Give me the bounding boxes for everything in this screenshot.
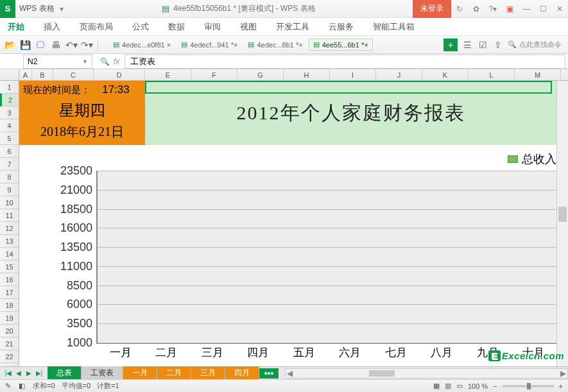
column-header-C[interactable]: C [53, 69, 94, 80]
row-header-3[interactable]: 3 [0, 107, 19, 119]
more-sheets-button[interactable]: ••• [259, 368, 279, 379]
menu-数据[interactable]: 数据 [167, 19, 186, 35]
app-dropdown-icon[interactable]: ▾ [58, 4, 65, 13]
menu-云服务[interactable]: 云服务 [327, 19, 355, 35]
menu-开始[interactable]: 开始 [6, 19, 26, 35]
row-header-4[interactable]: 4 [0, 119, 19, 132]
settings-icon[interactable]: ✿ [468, 0, 485, 18]
select-all-corner[interactable] [0, 69, 19, 80]
column-header-E[interactable]: E [145, 69, 191, 80]
print-preview-icon[interactable]: 🖵 [35, 39, 46, 51]
maximize-icon[interactable]: ☐ [535, 0, 551, 18]
zoom-value[interactable]: 100 % [468, 382, 488, 390]
collapse-icon[interactable]: ▣ [501, 0, 518, 18]
row-header-8[interactable]: 8 [0, 171, 19, 183]
hscroll-left-icon[interactable]: ◀ [287, 369, 293, 378]
column-header-K[interactable]: K [422, 69, 469, 80]
horizontal-scroll-thumb[interactable] [369, 370, 395, 377]
zoom-out-icon[interactable]: − [493, 382, 497, 390]
row-header-22[interactable]: 22 [0, 350, 19, 363]
new-tab-button[interactable]: + [443, 38, 458, 51]
fx-icon[interactable]: fx [114, 57, 119, 66]
column-header-D[interactable]: D [94, 69, 145, 80]
column-header-B[interactable]: B [32, 69, 53, 80]
open-icon[interactable]: 📂 [4, 39, 15, 51]
menu-智能工具箱[interactable]: 智能工具箱 [372, 19, 416, 35]
spreadsheet-grid[interactable]: ABCDEFGHIJKLM 12345678910111213141516171… [0, 69, 568, 366]
column-header-H[interactable]: H [284, 69, 330, 80]
doc-tab[interactable]: ▤4edecf...941 *× [176, 38, 242, 51]
search-fn-icon[interactable]: 🔍 [100, 57, 110, 66]
help-icon[interactable]: ?▾ [485, 0, 501, 18]
popup-icon[interactable]: ◧ [19, 382, 25, 390]
vertical-scrollbar[interactable] [556, 81, 568, 366]
tab-list-icon[interactable]: ☰ [461, 39, 473, 51]
menu-开发工具[interactable]: 开发工具 [275, 19, 311, 35]
row-header-6[interactable]: 6 [0, 145, 19, 158]
row-header-15[interactable]: 15 [0, 260, 19, 273]
row-header-7[interactable]: 7 [0, 158, 19, 171]
row-header-12[interactable]: 12 [0, 222, 19, 235]
cells-area[interactable]: 现在的时间是： 17:33 星期四 2018年6月21日 2012年个人家庭财务… [19, 81, 556, 366]
edit-mode-icon[interactable]: ✎ [5, 382, 11, 390]
view-page-icon[interactable]: ▥ [445, 382, 451, 390]
row-header-1[interactable]: 1 [0, 81, 19, 94]
sync-icon[interactable]: ↻ [451, 0, 468, 18]
zoom-slider[interactable] [503, 385, 554, 388]
undo-icon[interactable]: ↶▾ [65, 39, 77, 51]
row-header-21[interactable]: 21 [0, 337, 19, 350]
row-header-5[interactable]: 5 [0, 132, 19, 145]
hscroll-right-icon[interactable]: ▶ [560, 369, 566, 378]
doc-tab[interactable]: ▤4edec...e0f81 × [108, 38, 175, 51]
row-header-19[interactable]: 19 [0, 312, 19, 325]
print-icon[interactable]: 🖶 [50, 39, 62, 51]
sheet-last-icon[interactable]: ▶| [35, 369, 44, 378]
zoom-in-icon[interactable]: + [559, 382, 563, 390]
menu-插入[interactable]: 插入 [42, 19, 62, 35]
sheet-next-icon[interactable]: ▶ [24, 369, 33, 378]
row-header-18[interactable]: 18 [0, 299, 19, 312]
formula-input[interactable]: 工资表 [125, 55, 565, 69]
row-header-11[interactable]: 11 [0, 209, 19, 222]
row-header-20[interactable]: 20 [0, 325, 19, 337]
column-header-F[interactable]: F [191, 69, 237, 80]
doc-tab[interactable]: ▤4edec...8b1 *× [243, 38, 307, 51]
row-header-17[interactable]: 17 [0, 286, 19, 299]
doc-tab[interactable]: ▤4ee55...6b1 *× [309, 38, 373, 51]
sheet-tab-二月[interactable]: 二月 [157, 366, 191, 380]
row-header-14[interactable]: 14 [0, 248, 19, 260]
close-icon[interactable]: ✕ [551, 0, 568, 18]
sheet-first-icon[interactable]: |◀ [4, 369, 13, 378]
column-header-I[interactable]: I [330, 69, 376, 80]
save-icon[interactable]: 💾 [19, 39, 31, 51]
row-header-16[interactable]: 16 [0, 273, 19, 286]
redo-icon[interactable]: ↷▾ [81, 39, 92, 51]
zoom-thumb[interactable] [527, 383, 531, 389]
sheet-tab-工资表[interactable]: 工资表 [82, 366, 123, 380]
command-search[interactable]: 🔍 点此查找命令 [508, 40, 562, 49]
minimize-icon[interactable]: — [518, 0, 535, 18]
vertical-scroll-thumb[interactable] [558, 207, 567, 222]
name-box[interactable]: N2 ▼ [23, 55, 92, 69]
column-header-J[interactable]: J [376, 69, 422, 80]
view-normal-icon[interactable]: ▦ [433, 382, 440, 390]
sheet-tab-四月[interactable]: 四月 [225, 366, 259, 380]
sheet-prev-icon[interactable]: ◀ [14, 369, 23, 378]
menu-审阅[interactable]: 审阅 [203, 19, 222, 35]
login-button[interactable]: 未登录 [413, 0, 451, 18]
column-header-L[interactable]: L [469, 69, 515, 80]
row-header-2[interactable]: 2 [0, 94, 19, 107]
column-header-M[interactable]: M [515, 69, 561, 80]
row-header-13[interactable]: 13 [0, 235, 19, 248]
menu-页面布局[interactable]: 页面布局 [78, 19, 114, 35]
column-header-G[interactable]: G [237, 69, 284, 80]
share-icon[interactable]: ⇪ [492, 39, 504, 51]
view-break-icon[interactable]: ▭ [456, 382, 463, 390]
tasks-icon[interactable]: ☑ [477, 39, 488, 51]
sheet-tab-总表[interactable]: 总表 [47, 366, 82, 380]
sheet-tab-三月[interactable]: 三月 [191, 366, 225, 380]
sheet-tab-一月[interactable]: 一月 [123, 366, 157, 380]
horizontal-scrollbar[interactable]: ◀ ▶ [285, 368, 568, 379]
name-box-dropdown-icon[interactable]: ▼ [82, 58, 88, 65]
row-header-9[interactable]: 9 [0, 183, 19, 196]
